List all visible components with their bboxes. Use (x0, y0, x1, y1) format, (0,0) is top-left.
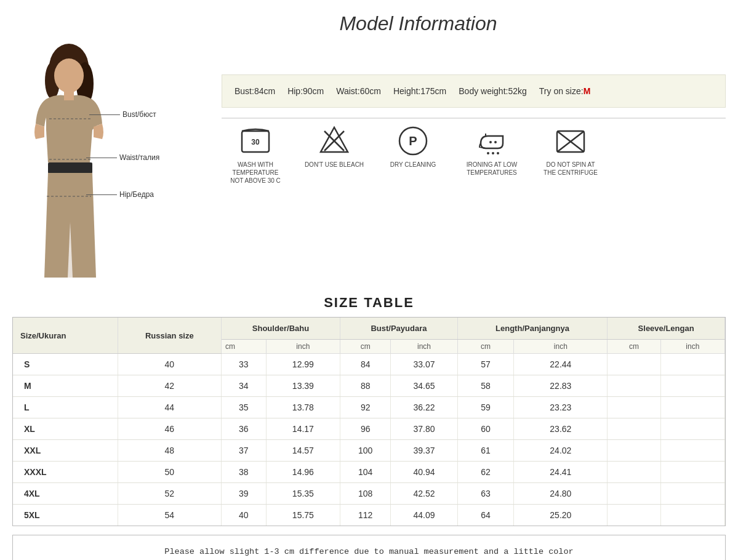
cell-sleeve-inch (660, 440, 724, 462)
cell-shoulder-cm: 33 (221, 354, 266, 375)
care-no-bleach-label: DON'T USE BLEACH (305, 161, 364, 169)
table-row: 4XL 52 39 15.35 108 42.52 63 24.80 (13, 483, 725, 505)
cell-sleeve-cm (608, 483, 660, 505)
model-info-section: Bust/бюст Waist/талия Hip/Бедра Bust:84c… (12, 44, 726, 284)
model-right-info: Bust:84cm Hip:90cm Waist:60cm Height:175… (209, 44, 726, 191)
cell-sleeve-cm (608, 462, 660, 483)
size-table-wrapper: Size/Ukuran Russian size Shoulder/Bahu B… (12, 317, 726, 526)
cell-bust-cm: 104 (340, 462, 391, 483)
cell-size: XXL (13, 440, 118, 462)
cell-sleeve-cm (608, 375, 660, 397)
cell-length-inch: 22.44 (514, 354, 608, 375)
table-row: L 44 35 13.78 92 36.22 59 23.23 (13, 397, 725, 418)
cell-russian: 46 (118, 418, 221, 440)
model-figure-area: Bust/бюст Waist/талия Hip/Бедра (12, 44, 209, 284)
cell-russian: 42 (118, 375, 221, 397)
cell-shoulder-cm: 39 (221, 483, 266, 505)
cell-sleeve-cm (608, 418, 660, 440)
page-wrapper: Model Information (0, 0, 738, 560)
cell-bust-cm: 108 (340, 483, 391, 505)
cell-size: S (13, 354, 118, 375)
cell-bust-inch: 42.52 (391, 483, 458, 505)
cell-length-cm: 58 (457, 375, 514, 397)
header-sleeve: Sleeve/Lengan (608, 318, 725, 340)
cell-bust-inch: 33.07 (391, 354, 458, 375)
stat-try-on: Try on size:M (539, 86, 591, 96)
cell-bust-cm: 88 (340, 375, 391, 397)
wash-icon: 30 (239, 125, 271, 157)
cell-shoulder-inch: 15.75 (266, 505, 340, 526)
care-no-spin-label: DO NOT SPIN ATTHE CENTRIFUGE (543, 161, 598, 177)
cell-length-inch: 24.02 (514, 440, 608, 462)
cell-shoulder-cm: 34 (221, 375, 266, 397)
cell-length-inch: 24.41 (514, 462, 608, 483)
cell-size: L (13, 397, 118, 418)
svg-text:30: 30 (251, 138, 260, 146)
table-row: XXXL 50 38 14.96 104 40.94 62 24.41 (13, 462, 725, 483)
cell-bust-inch: 44.09 (391, 505, 458, 526)
cell-length-inch: 22.83 (514, 375, 608, 397)
svg-point-4 (54, 58, 84, 93)
cell-length-cm: 63 (457, 483, 514, 505)
cell-size: XXXL (13, 462, 118, 483)
cell-shoulder-cm: 38 (221, 462, 266, 483)
stat-weight: Body weight:52kg (459, 86, 527, 96)
footer-note: Please allow slight 1-3 cm difference du… (12, 535, 726, 560)
no-spin-icon (555, 125, 587, 157)
table-row: XL 46 36 14.17 96 37.80 60 23.62 (13, 418, 725, 440)
dry-clean-icon: P (397, 125, 429, 157)
cell-length-cm: 62 (457, 462, 514, 483)
cell-size: 4XL (13, 483, 118, 505)
waist-label: Waist/талия (119, 153, 159, 162)
cell-length-inch: 25.20 (514, 505, 608, 526)
cell-russian: 52 (118, 483, 221, 505)
cell-shoulder-inch: 14.57 (266, 440, 340, 462)
cell-bust-inch: 37.80 (391, 418, 458, 440)
hip-label: Hip/Бедра (119, 190, 154, 199)
length-inch: inch (514, 340, 608, 354)
table-row: XXL 48 37 14.57 100 39.37 61 24.02 (13, 440, 725, 462)
length-cm: cm (457, 340, 514, 354)
svg-point-21 (489, 141, 492, 143)
cell-sleeve-cm (608, 397, 660, 418)
header-bust: Bust/Payudara (340, 318, 458, 340)
cell-size: XL (13, 418, 118, 440)
cell-bust-inch: 39.37 (391, 440, 458, 462)
bust-annotation: Bust/бюст (89, 110, 156, 119)
care-iron-low: IRONING AT LOWTEMPERATURES (458, 125, 526, 177)
svg-rect-5 (64, 89, 74, 100)
svg-point-20 (487, 152, 489, 154)
cell-size: 5XL (13, 505, 118, 526)
table-row: S 40 33 12.99 84 33.07 57 22.44 (13, 354, 725, 375)
cell-bust-inch: 34.65 (391, 375, 458, 397)
table-row: M 42 34 13.39 88 34.65 58 22.83 (13, 375, 725, 397)
cell-length-inch: 24.80 (514, 483, 608, 505)
cell-bust-cm: 100 (340, 440, 391, 462)
bust-inch: inch (391, 340, 458, 354)
svg-point-22 (494, 141, 497, 143)
cell-sleeve-inch (660, 418, 724, 440)
header-length: Length/Panjangnya (457, 318, 608, 340)
cell-russian: 48 (118, 440, 221, 462)
cell-bust-cm: 92 (340, 397, 391, 418)
svg-point-18 (492, 152, 494, 154)
no-bleach-icon (318, 125, 350, 157)
iron-low-icon (476, 125, 508, 157)
cell-shoulder-inch: 13.78 (266, 397, 340, 418)
bust-cm: cm (340, 340, 391, 354)
sleeve-inch: inch (660, 340, 724, 354)
stat-hip: Hip:90cm (287, 86, 324, 96)
table-row: 5XL 54 40 15.75 112 44.09 64 25.20 (13, 505, 725, 526)
cell-length-inch: 23.62 (514, 418, 608, 440)
table-header-row: Size/Ukuran Russian size Shoulder/Bahu B… (13, 318, 725, 340)
cell-sleeve-cm (608, 440, 660, 462)
cell-bust-inch: 36.22 (391, 397, 458, 418)
cell-bust-cm: 84 (340, 354, 391, 375)
cell-shoulder-cm: 36 (221, 418, 266, 440)
stat-waist: Waist:60cm (336, 86, 381, 96)
care-iron-label: IRONING AT LOWTEMPERATURES (467, 161, 517, 177)
care-dry-clean-label: DRY CLEANING (390, 161, 436, 169)
cell-length-cm: 64 (457, 505, 514, 526)
hip-annotation: Hip/Бедра (86, 190, 154, 199)
care-wash-label: WASH WITH TEMPERATURENOT ABOVE 30 C (222, 161, 289, 185)
